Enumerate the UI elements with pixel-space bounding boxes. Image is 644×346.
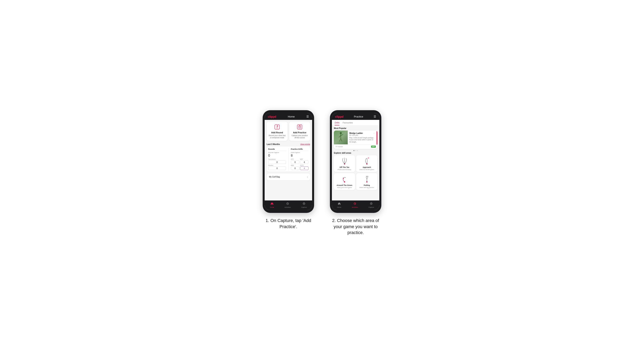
phone2-menu-icon[interactable]: ☰: [374, 115, 376, 118]
arg-putt-row: ARG 0 PUTT 4: [291, 165, 309, 170]
drill-thumbnail: [334, 131, 348, 144]
nav-home[interactable]: Home: [270, 202, 274, 208]
drills-value: 8: [291, 154, 309, 158]
phone1-title: Home: [288, 115, 295, 118]
svg-point-20: [344, 158, 345, 158]
page-container: clippd Home ☰: [203, 110, 441, 236]
clock-icon: ⏱: [336, 146, 337, 148]
practice-box: Practice 0: [268, 165, 286, 170]
add-practice-desc: Capture your practice off-the-course: [291, 135, 308, 139]
add-practice-title: Add Practice: [293, 131, 306, 134]
practice-tabs: Drills Favourites: [332, 120, 379, 126]
svg-point-7: [299, 127, 300, 128]
phone1-caption: 1. On Capture, tap 'Add Practice'.: [261, 218, 316, 230]
rounds-col-title: Rounds: [268, 148, 286, 151]
stats-header: Last 3 Months View Activity: [266, 143, 310, 145]
svg-line-15: [341, 135, 343, 136]
explore-title: Explore skill areas: [334, 152, 378, 154]
nav-capture[interactable]: Capture: [301, 202, 307, 208]
phone1-content: Add Round Record your shots fast or enha…: [265, 120, 312, 200]
svg-point-25: [368, 158, 369, 159]
phone2-frame: clippd Practice ☰ Drills Favourites Most…: [330, 110, 381, 213]
phone2-bottom-nav: Home Activities: [332, 200, 379, 210]
phone2-screen: clippd Practice ☰ Drills Favourites Most…: [332, 113, 379, 210]
featured-drill-card[interactable]: Wedge Ladder ☆ 50–100 yds Play 1 shot at…: [334, 131, 378, 149]
svg-point-30: [366, 176, 367, 177]
phone2-nav-activities-label: Activities: [352, 206, 358, 208]
phone2-content: Most Popular: [332, 126, 379, 200]
rounds-col: Rounds Rounds Capture 0 Tournament 0: [268, 148, 286, 170]
putting-title: Putting: [364, 184, 370, 186]
nav-home-label: Home: [270, 206, 274, 208]
drill-title: Wedge Ladder: [349, 132, 363, 134]
skill-card-ott[interactable]: Off The Tee Power and accuracy: [334, 155, 355, 172]
ott-app-row: OTT 0 APP 4: [291, 159, 309, 164]
golf-bag-row[interactable]: My Golf Bag ›: [266, 173, 310, 180]
drill-description: Play 1 shot at each target yardage. If y…: [349, 137, 375, 143]
star-icon[interactable]: ☆: [373, 132, 375, 134]
phone1-screen: clippd Home ☰: [265, 113, 312, 210]
tournament-box: Tournament 0: [268, 159, 286, 164]
skill-card-atg[interactable]: Around The Green Hone your short game: [334, 173, 355, 190]
arg-label: ARG: [291, 165, 294, 166]
svg-point-10: [304, 203, 304, 204]
ott-title: Off The Tee: [340, 166, 349, 168]
tab-drills[interactable]: Drills: [335, 120, 340, 125]
add-round-desc: Record your shots fast or enhanced mode: [268, 135, 286, 139]
phone1-menu-icon[interactable]: ☰: [306, 115, 309, 118]
practice-row: Practice 0: [268, 165, 286, 170]
svg-line-16: [340, 139, 341, 141]
atg-desc: Hone your short game: [337, 187, 352, 188]
featured-card-inner: Wedge Ladder ☆ 50–100 yds Play 1 shot at…: [334, 131, 378, 145]
home-icon: [270, 202, 274, 206]
rounds-value: 0: [268, 154, 286, 158]
add-practice-card[interactable]: Add Practice Capture your practice off-t…: [289, 122, 310, 141]
stats-section: Last 3 Months View Activity Rounds Round…: [265, 142, 312, 173]
phone1-section: clippd Home ☰: [261, 110, 316, 230]
atg-diagram: [340, 175, 349, 183]
phone2-nav-home[interactable]: Home: [337, 202, 341, 208]
featured-drill-info: Wedge Ladder ☆ 50–100 yds Play 1 shot at…: [348, 131, 376, 145]
pagination-dots: [334, 150, 378, 151]
app-value: 4: [300, 160, 308, 164]
phone2-nav-capture-label: Capture: [368, 206, 374, 208]
phone2-nav-capture[interactable]: Capture: [368, 202, 374, 208]
nav-activities[interactable]: Activities: [284, 202, 291, 208]
phone2-title: Practice: [354, 115, 363, 118]
drills-col: Practice Drills Drills Capture 8 OTT 0: [291, 148, 309, 170]
phone1-header: clippd Home ☰: [265, 113, 312, 120]
phone2-capture-icon: [370, 202, 373, 206]
tournament-value: 0: [268, 160, 286, 164]
putting-diagram: [362, 175, 372, 183]
app-badge: APP: [371, 146, 376, 148]
arg-box: ARG 0: [291, 165, 300, 170]
nav-activities-label: Activities: [284, 206, 291, 208]
dot-1: [354, 150, 354, 151]
app-box: APP 4: [300, 159, 308, 164]
skill-card-approach[interactable]: Approach Dial-in to hit the green: [356, 155, 378, 172]
phone2-nav-activities[interactable]: Activities: [352, 202, 358, 208]
drill-thumb-img: [334, 131, 348, 144]
tab-favourites[interactable]: Favourites: [342, 120, 353, 125]
app-label: APP: [300, 159, 303, 160]
skill-card-putting[interactable]: Putting Make and lag practice: [356, 173, 378, 190]
skill-grid: Off The Tee Power and accuracy: [334, 155, 378, 190]
rounds-capture-label: Rounds Capture: [268, 152, 286, 154]
stats-row: Rounds Rounds Capture 0 Tournament 0: [268, 148, 308, 170]
approach-desc: Dial-in to hit the green: [360, 169, 374, 171]
ott-label: OTT: [291, 159, 294, 160]
phone2-nav-home-label: Home: [337, 206, 341, 208]
svg-point-19: [342, 158, 343, 159]
svg-point-28: [345, 177, 346, 178]
atg-title: Around The Green: [337, 184, 352, 186]
phone2-home-icon: [338, 202, 341, 206]
rounds-sub-stats: Tournament 0 Practice 0: [268, 159, 286, 170]
svg-line-17: [341, 139, 342, 141]
add-round-card[interactable]: Add Round Record your shots fast or enha…: [266, 122, 288, 141]
phone2-logo: clippd: [335, 115, 343, 118]
phone2-header: clippd Practice ☰: [332, 113, 379, 120]
phone1-frame: clippd Home ☰: [263, 110, 314, 213]
putt-label: PUTT: [300, 165, 304, 166]
view-activity-link[interactable]: View Activity: [300, 143, 310, 145]
putt-box: PUTT 4: [300, 165, 308, 170]
